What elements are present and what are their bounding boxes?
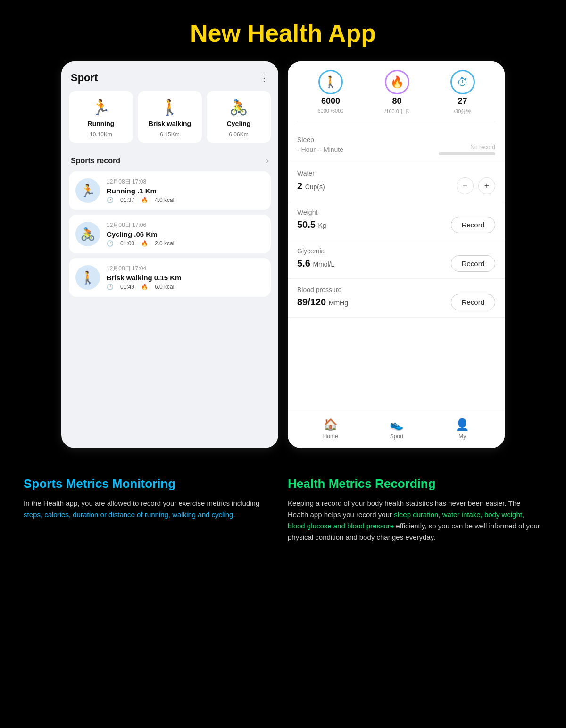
calories-icon: 🔥 [390,75,404,89]
sport-nav-icon: 👟 [390,418,404,431]
water-plus-button[interactable]: + [478,177,495,194]
home-icon: 🏠 [324,418,338,431]
nav-home[interactable]: 🏠 Home [323,418,338,440]
activities-grid: 🏃 Running 10.10Km 🚶 Brisk walking 6.15Km… [61,91,278,151]
health-desc-title: Health Metrics Recording [288,477,542,491]
sleep-row: - Hour -- Minute No record [297,144,495,155]
record-running-stats: 🕐 01:37 🔥 4.0 kcal [107,197,264,203]
clock-icon-2: 🕐 [107,240,114,247]
sport-screen-title: Sport [71,72,98,84]
blood-pressure-row: 89/120 MmHg Record [297,294,495,310]
calories-sub: /100.0千卡 [384,108,409,115]
time-sub: /30分钟 [454,108,471,115]
sleep-time-text: - Hour -- Minute [297,146,343,153]
weight-row: 50.5 Kg Record [297,217,495,233]
fire-icon-2: 🔥 [141,240,148,247]
glycemia-record-button[interactable]: Record [451,255,495,272]
health-sections: Sleep - Hour -- Minute No record Water [288,129,505,318]
water-value: 2 Cup(s) [297,181,325,192]
record-walking-calories: 6.0 kcal [155,284,174,290]
record-running-info: 12月08日 17:08 Running .1 Km 🕐 01:37 🔥 4.0… [107,178,264,203]
running-dist: 10.10Km [90,131,112,138]
blood-pressure-value: 89/120 MmHg [297,297,348,308]
sleep-time-info: - Hour -- Minute [297,146,343,153]
record-cycling-avatar: 🚴 [75,222,100,246]
record-running-icon: 🏃 [80,184,95,198]
record-cycling-calories: 2.0 kcal [155,240,174,247]
activity-cycling[interactable]: 🚴 Cycling 6.06Km [207,91,271,143]
sports-desc-block: Sports Metrics Monitoring In the Health … [24,477,278,543]
record-item-walking[interactable]: 🚶 12月08日 17:04 Brisk walking 0.15 Km 🕐 0… [69,258,271,297]
descriptions-row: Sports Metrics Monitoring In the Health … [0,467,566,562]
glycemia-value: 5.6 Mmol/L [297,258,334,269]
weight-unit: Kg [318,222,326,229]
sleep-section: Sleep - Hour -- Minute No record [288,129,505,162]
activity-running[interactable]: 🏃 Running 10.10Km [69,91,133,143]
record-walking-icon: 🚶 [80,270,95,285]
health-desc-body: Keeping a record of your body health sta… [288,498,542,543]
blood-pressure-record-button[interactable]: Record [451,294,495,310]
steps-icon: 🚶 [324,75,338,89]
phones-row: Sport ⋮ 🏃 Running 10.10Km 🚶 Brisk walkin… [0,61,566,467]
record-item-cycling[interactable]: 🚴 12月08日 17:06 Cycling .06 Km 🕐 01:00 🔥 … [69,215,271,253]
steps-value: 6000 [321,96,340,106]
water-row: 2 Cup(s) − + [297,177,495,194]
weight-section: Weight 50.5 Kg Record [288,201,505,240]
record-walking-avatar: 🚶 [75,265,100,290]
health-desc-block: Health Metrics Recording Keeping a recor… [288,477,542,543]
record-running-duration: 01:37 [120,197,134,203]
activity-walking[interactable]: 🚶 Brisk walking 6.15Km [138,91,202,143]
weight-label: Weight [297,209,317,216]
nav-sport[interactable]: 👟 Sport [390,418,404,440]
health-metrics-row: 🚶 6000 6000 /6000 🔥 80 /100.0千卡 ⏱ [297,70,495,122]
water-section: Water 2 Cup(s) − + [288,162,505,201]
record-cycling-duration: 01:00 [120,240,134,247]
record-walking-stats: 🕐 01:49 🔥 6.0 kcal [107,284,264,290]
calories-circle: 🔥 [385,70,409,94]
record-walking-datetime: 12月08日 17:04 [107,265,264,273]
record-cycling-icon: 🚴 [80,227,95,242]
sports-record-header[interactable]: Sports record › [61,151,278,171]
record-cycling-activity: Cycling .06 Km [107,230,264,238]
blood-pressure-label: Blood pressure [297,286,341,293]
menu-icon[interactable]: ⋮ [259,72,269,84]
sport-header: Sport ⋮ [61,61,278,91]
sports-desc-title: Sports Metrics Monitoring [24,477,278,491]
water-unit: Cup(s) [305,183,325,191]
my-icon: 👤 [455,418,469,431]
health-bottom-nav: 🏠 Home 👟 Sport 👤 My [288,411,505,448]
nav-my[interactable]: 👤 My [455,418,469,440]
weight-value: 50.5 Kg [297,219,326,230]
running-name: Running [88,120,115,127]
sleep-label: Sleep [297,136,314,143]
right-phone-health: 🚶 6000 6000 /6000 🔥 80 /100.0千卡 ⏱ [288,61,505,448]
walking-dist: 6.15Km [160,131,179,138]
record-item-running[interactable]: 🏃 12月08日 17:08 Running .1 Km 🕐 01:37 🔥 4… [69,171,271,210]
page-title: New Health App [0,0,566,61]
record-walking-duration: 01:49 [120,284,134,290]
calories-value: 80 [392,96,402,106]
walking-icon: 🚶 [160,98,179,116]
sleep-progress-bar [439,152,495,155]
cycling-icon: 🚴 [229,98,248,116]
blood-pressure-section: Blood pressure 89/120 MmHg Record [288,279,505,318]
steps-sub: 6000 /6000 [317,108,343,114]
sports-record-label: Sports record [71,157,120,165]
record-list: 🏃 12月08日 17:08 Running .1 Km 🕐 01:37 🔥 4… [61,171,278,301]
record-walking-activity: Brisk walking 0.15 Km [107,274,264,282]
sports-desc-body-highlight: steps, calories, duration or distance of… [24,510,235,519]
time-metric: ⏱ 27 /30分钟 [450,70,475,115]
record-running-activity: Running .1 Km [107,187,264,195]
time-circle: ⏱ [450,70,475,94]
walking-name: Brisk walking [149,120,191,127]
record-cycling-datetime: 12月08日 17:06 [107,221,264,229]
water-label: Water [297,169,315,177]
weight-record-button[interactable]: Record [451,217,495,233]
clock-icon-3: 🕐 [107,284,114,290]
water-minus-button[interactable]: − [457,177,474,194]
record-running-calories: 4.0 kcal [155,197,174,203]
nav-home-label: Home [323,433,338,440]
nav-my-label: My [458,433,466,440]
fire-icon-3: 🔥 [141,284,148,290]
cycling-dist: 6.06Km [229,131,248,138]
